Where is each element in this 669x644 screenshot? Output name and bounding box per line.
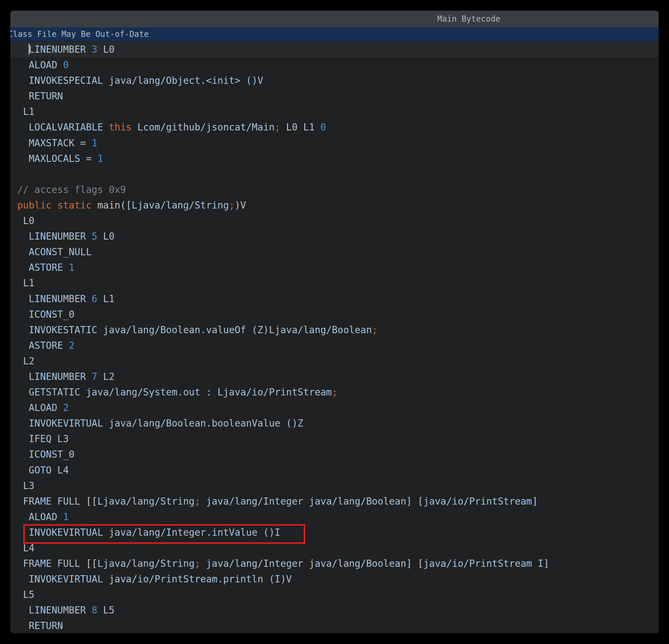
bytecode-line[interactable]: INVOKESTATIC java/lang/Boolean.valueOf (… — [17, 322, 659, 338]
notification-text: Class File May Be Out-of-Date — [10, 27, 659, 41]
code-token — [17, 542, 23, 554]
bytecode-line[interactable]: INVOKEVIRTUAL java/io/PrintStream.printl… — [17, 571, 659, 587]
outdated-notification-bar[interactable]: Class File May Be Out-of-Date — [10, 27, 659, 41]
bytecode-line[interactable]: LINENUMBER 5 L0 — [17, 229, 659, 244]
bytecode-line[interactable]: FRAME FULL [[Ljava/lang/String; java/lan… — [17, 494, 659, 509]
bytecode-line[interactable]: ALOAD 0 — [17, 57, 659, 73]
bytecode-line[interactable]: RETURN — [17, 618, 659, 633]
code-token: 5 — [91, 231, 97, 242]
code-token — [17, 122, 29, 133]
code-token: L0 — [23, 215, 34, 226]
bytecode-line[interactable]: RETURN — [17, 88, 659, 104]
code-token — [57, 59, 63, 71]
code-token — [17, 59, 29, 71]
bytecode-line[interactable]: ICONST_0 — [17, 447, 659, 462]
bytecode-line[interactable]: INVOKEVIRTUAL java/lang/Integer.intValue… — [17, 525, 659, 540]
bytecode-line[interactable]: MAXLOCALS = 1 — [17, 151, 659, 167]
code-token — [86, 231, 91, 242]
code-token — [17, 589, 23, 600]
code-token: LINENUMBER — [29, 44, 86, 55]
code-token: java/io/PrintStream.println (I)V — [103, 573, 292, 585]
code-token: INVOKEVIRTUAL — [29, 527, 103, 538]
bytecode-line[interactable]: public static main([Ljava/lang/String;)V — [17, 198, 659, 213]
bytecode-line[interactable]: L5 — [17, 587, 659, 603]
code-token — [86, 371, 91, 382]
bytecode-line[interactable]: ACONST_NULL — [17, 244, 659, 260]
code-token: 0 — [321, 122, 326, 133]
bytecode-line[interactable]: L2 — [17, 353, 659, 369]
code-token: java/lang/System.out : Ljava/io/PrintStr… — [80, 387, 332, 398]
bytecode-line[interactable]: GOTO L4 — [17, 463, 659, 478]
code-token — [17, 573, 29, 585]
code-token: LINENUMBER — [29, 293, 86, 305]
code-token: IFEQ — [29, 433, 52, 444]
code-token: GETSTATIC — [29, 387, 80, 398]
code-token — [17, 480, 23, 491]
bytecode-line[interactable] — [17, 167, 659, 182]
desktop-background: Main Bytecode Class File May Be Out-of-D… — [0, 0, 669, 644]
code-token — [17, 511, 29, 522]
code-token — [17, 293, 29, 305]
bytecode-line[interactable]: LINENUMBER 6 L1 — [17, 291, 659, 307]
code-token: ALOAD — [29, 511, 57, 522]
bytecode-line[interactable]: INVOKEVIRTUAL java/lang/Boolean.booleanV… — [17, 416, 659, 431]
code-token — [97, 44, 103, 55]
bytecode-line[interactable]: INVOKESPECIAL java/lang/Object.<init> ()… — [17, 73, 659, 88]
bytecode-editor[interactable]: LINENUMBER 3 L0 ALOAD 0 INVOKESPECIAL ja… — [10, 41, 659, 633]
bytecode-line[interactable]: IFEQ L3 — [17, 431, 659, 447]
bytecode-line[interactable]: MAXSTACK = 1 — [17, 135, 659, 151]
bytecode-line[interactable]: FRAME FULL [[Ljava/lang/String; java/lan… — [17, 556, 659, 571]
bytecode-line[interactable]: ALOAD 1 — [17, 509, 659, 525]
code-token: RETURN — [29, 620, 63, 631]
bytecode-line[interactable]: LINENUMBER 8 L5 — [17, 603, 659, 618]
code-token — [17, 75, 29, 86]
bytecode-line[interactable]: LOCALVARIABLE this Lcom/github/jsoncat/M… — [17, 120, 659, 135]
code-token: ASTORE — [29, 262, 63, 273]
code-token: Ljava/lang/String — [97, 558, 195, 569]
code-token: java/io/PrintStream — [424, 496, 532, 507]
code-token — [17, 137, 29, 149]
code-token: java/lang/Boolean.valueOf (Z)Ljava/lang/… — [97, 324, 372, 336]
code-token — [17, 558, 23, 569]
code-token — [17, 433, 29, 444]
bytecode-line[interactable]: ASTORE 2 — [17, 338, 659, 353]
code-token: java/lang/Integer.intValue ()I — [103, 527, 280, 538]
code-token — [97, 604, 103, 616]
code-token: LINENUMBER — [29, 604, 86, 616]
code-token — [17, 340, 29, 351]
code-token: L5 — [103, 604, 115, 616]
code-token: Lcom/github/jsoncat/Main — [131, 122, 275, 133]
code-token: java/lang/Object.<init> ()V — [103, 75, 263, 86]
bytecode-line[interactable]: L1 — [17, 104, 659, 120]
bytecode-line[interactable]: ASTORE 1 — [17, 260, 659, 275]
code-token — [97, 231, 103, 242]
code-token: 2 — [69, 340, 74, 351]
code-token — [17, 44, 29, 55]
code-token: ] — [406, 558, 412, 569]
code-token: ] — [532, 496, 538, 507]
code-token: L1 — [23, 277, 34, 289]
bytecode-line[interactable]: L1 — [17, 275, 659, 291]
bytecode-line[interactable]: L3 — [17, 478, 659, 494]
bytecode-line[interactable]: ALOAD 2 — [17, 400, 659, 416]
code-token: java/lang/Boolean.booleanValue ()Z — [103, 418, 303, 429]
code-token: L3 — [52, 433, 69, 444]
code-token — [17, 449, 29, 460]
bytecode-line[interactable]: GETSTATIC java/lang/System.out : Ljava/i… — [17, 384, 659, 400]
bytecode-line[interactable]: L4 — [17, 540, 659, 556]
code-token: [[ — [80, 496, 98, 507]
code-token — [17, 106, 23, 117]
bytecode-line[interactable]: LINENUMBER 7 L2 — [17, 369, 659, 384]
code-token — [315, 122, 321, 133]
code-token: L1 — [103, 293, 115, 305]
code-token: Ljava/lang/String — [97, 496, 195, 507]
code-token — [17, 246, 29, 257]
bytecode-line[interactable]: ICONST_0 — [17, 307, 659, 322]
code-token: INVOKESPECIAL — [29, 75, 103, 86]
code-token: Ljava/lang/String — [131, 200, 229, 211]
bytecode-line[interactable]: L0 — [17, 213, 659, 229]
window-titlebar[interactable]: Main Bytecode — [10, 11, 659, 27]
code-token — [17, 527, 29, 538]
bytecode-line[interactable]: // access flags 0x9 — [17, 182, 659, 198]
bytecode-line[interactable]: LINENUMBER 3 L0 — [10, 42, 659, 57]
